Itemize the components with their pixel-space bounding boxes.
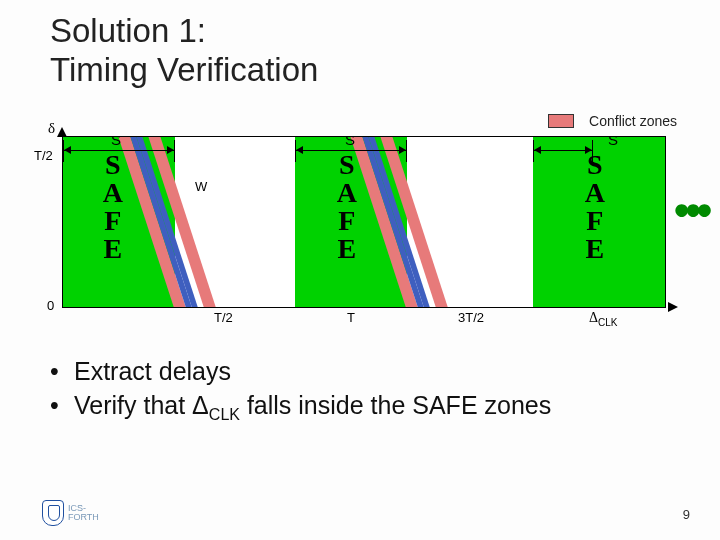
y-tick-bottom: 0 — [47, 298, 54, 313]
title-line-2: Timing Verification — [50, 51, 318, 88]
legend-label: Conflict zones — [589, 113, 677, 129]
x-tick-t-half: T/2 — [214, 310, 233, 325]
delta-symbol: Δ — [589, 310, 598, 325]
title-line-1: Solution 1: — [50, 12, 206, 49]
x-axis-label: ΔCLK — [589, 310, 617, 328]
clk-subscript: CLK — [598, 317, 617, 328]
s-bracket-3 — [533, 140, 593, 162]
logo-text: ICS- FORTH — [68, 504, 99, 523]
safe-label-2: SAFE — [335, 149, 357, 261]
shield-icon — [42, 500, 64, 526]
w-label: W — [195, 179, 207, 194]
s-label-1: S — [111, 136, 121, 148]
x-tick-t: T — [347, 310, 355, 325]
plot-area: SAFE SAFE SAFE S S S W — [62, 136, 666, 308]
slide-title: Solution 1: Timing Verification — [50, 12, 318, 90]
safe-label-3: SAFE — [583, 149, 605, 261]
footer-logo: ICS- FORTH — [42, 500, 99, 526]
s-label-2: S — [345, 136, 355, 148]
bullet-text-1: Extract delays — [74, 357, 231, 385]
bullet-2-sub: CLK — [209, 406, 240, 423]
legend-swatch-conflict — [548, 114, 574, 128]
bullet-item-1: Extract delays — [50, 355, 551, 389]
bullet-2-suffix: falls inside the SAFE zones — [240, 391, 551, 419]
s-label-3: S — [608, 136, 618, 148]
bullet-2-prefix: Verify that Δ — [74, 391, 209, 419]
page-number: 9 — [683, 507, 690, 522]
y-axis-label: δ — [48, 120, 55, 137]
y-tick-top: T/2 — [34, 148, 53, 163]
bullet-list: Extract delays Verify that ΔCLK falls in… — [50, 355, 551, 425]
logo-line-2: FORTH — [68, 512, 99, 522]
x-axis-arrow-icon — [668, 302, 678, 312]
x-tick-3t-half: 3T/2 — [458, 310, 484, 325]
bullet-item-2: Verify that ΔCLK falls inside the SAFE z… — [50, 389, 551, 426]
safe-label-1: SAFE — [101, 149, 123, 261]
timing-diagram: Conflict zones δ T/2 0 SAFE SAFE SAFE S … — [34, 110, 689, 335]
